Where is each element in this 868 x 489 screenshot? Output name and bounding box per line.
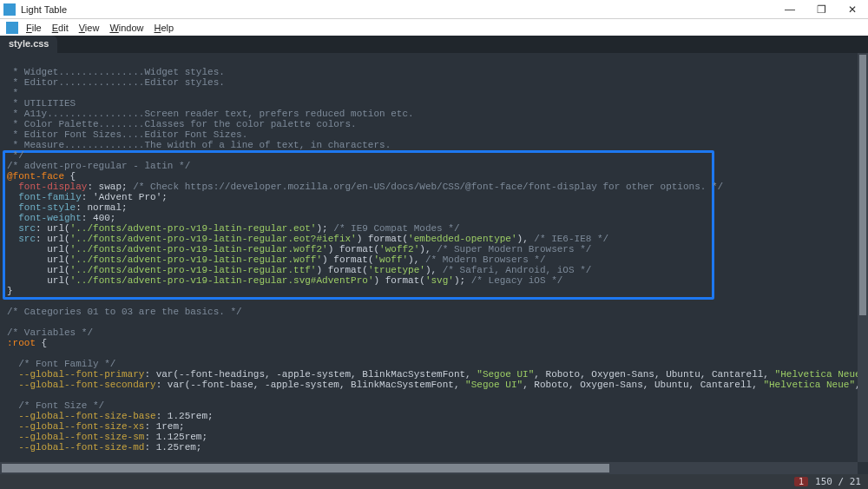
comment-inline: /* IE9 Compat Modes */ <box>333 223 459 234</box>
property: font-family <box>7 192 82 202</box>
property: src <box>7 234 36 244</box>
comment-inline: /* Check https://developer.mozilla.org/e… <box>133 182 723 192</box>
window-title: Light Table <box>19 4 774 15</box>
editor-area: style.css * Widget...............Widget … <box>0 36 868 474</box>
window-controls: — ❐ ✕ <box>774 0 868 18</box>
close-button[interactable]: ✕ <box>837 0 868 18</box>
value: : var(--font-base, -apple-system, BlinkM… <box>156 380 465 390</box>
comment-line: /* Font Family */ <box>7 359 115 369</box>
value: : 1.25rem; <box>144 442 201 453</box>
menu-help[interactable]: Help <box>150 21 179 35</box>
comment-line: /* Variables */ <box>7 327 93 338</box>
url: '../fonts/advent-pro-v19-latin-regular.w… <box>70 254 322 265</box>
brace: } <box>7 286 13 296</box>
comment-line: * Color Palette........Classes for the c… <box>7 119 357 129</box>
comment-line: */ <box>7 150 24 161</box>
value: : 400; <box>82 213 116 223</box>
status-badge[interactable]: 1 <box>794 477 808 486</box>
text: url( <box>7 275 70 286</box>
menubar: File Edit View Window Help <box>0 19 868 36</box>
string: "Segoe UI" <box>477 369 534 380</box>
property: font-display <box>7 182 87 192</box>
property: --global--font-size-md <box>7 442 144 453</box>
comment-line: /* Font Size */ <box>7 400 104 411</box>
url: '../fonts/advent-pro-v19-latin-regular.e… <box>70 234 357 244</box>
comment-line: * Editor...............Editor styles. <box>7 77 225 88</box>
url: '../fonts/advent-pro-v19-latin-regular.e… <box>70 223 317 234</box>
property: --global--font-size-sm <box>7 432 144 442</box>
menu-edit[interactable]: Edit <box>48 21 73 35</box>
scrollbar-thumb[interactable] <box>2 464 609 472</box>
text: url( <box>7 265 70 275</box>
url: '../fonts/advent-pro-v19-latin-regular.w… <box>70 244 328 254</box>
value: , Roboto, Oxygen-Sans, Ubuntu, Cantarell… <box>523 380 763 390</box>
value: : 1.125rem; <box>144 432 207 442</box>
text: ) format( <box>322 254 373 265</box>
code-viewport[interactable]: * Widget...............Widget styles. * … <box>0 53 868 474</box>
property: --global--font-size-xs <box>7 421 144 432</box>
format: 'woff' <box>374 254 409 265</box>
text: url( <box>7 254 70 265</box>
string: "Helvetica Neue" <box>763 380 855 390</box>
cursor-position: 150 / 21 <box>815 476 861 487</box>
property: --global--font-primary <box>7 369 144 380</box>
string: "Helvetica Neue" <box>775 369 867 380</box>
tabbar: style.css <box>0 36 868 53</box>
comment-line: * UTILITIES <box>7 98 76 109</box>
vertical-scrollbar[interactable] <box>858 53 868 462</box>
comment-line: /* advent-pro-regular - latin */ <box>7 161 190 171</box>
url: '../fonts/advent-pro-v19-latin-regular.t… <box>70 265 317 275</box>
comment-line: * A11y.................Screen reader tex… <box>7 109 414 119</box>
value: : swap; <box>87 182 133 192</box>
text: ) format( <box>316 265 367 275</box>
text: ), <box>408 254 425 265</box>
property: src <box>7 223 36 234</box>
format: 'truetype' <box>368 265 425 275</box>
menu-window[interactable]: Window <box>105 21 148 35</box>
statusbar: 1 150 / 21 <box>0 474 868 489</box>
scrollbar-thumb[interactable] <box>859 55 866 315</box>
property: font-style <box>7 202 76 213</box>
value: : 1.25rem; <box>156 411 214 421</box>
minimize-button[interactable]: — <box>774 0 806 18</box>
brace: { <box>64 171 76 182</box>
text: ) format( <box>328 244 379 254</box>
text: ), <box>517 234 535 244</box>
format: 'woff2' <box>379 244 419 254</box>
value: : 1rem; <box>144 421 184 432</box>
comment-line: * Editor Font Sizes....Editor Font Sizes… <box>7 129 247 140</box>
brace: { <box>36 338 47 348</box>
text: ), <box>419 244 437 254</box>
value: : normal; <box>76 202 127 213</box>
app-icon-small <box>6 22 18 34</box>
text: ); <box>316 223 333 234</box>
comment-inline: /* Safari, Android, iOS */ <box>443 265 592 275</box>
property: font-weight <box>7 213 82 223</box>
app-icon <box>3 3 16 16</box>
horizontal-scrollbar[interactable] <box>0 462 858 474</box>
code-content[interactable]: * Widget...............Widget styles. * … <box>0 53 868 456</box>
menu-file[interactable]: File <box>22 21 46 35</box>
format: 'embedded-opentype' <box>408 234 516 244</box>
text: ), <box>425 265 443 275</box>
comment-inline: /* IE6-IE8 */ <box>534 234 608 244</box>
value: : var(--font-headings, -apple-system, Bl… <box>144 369 477 380</box>
at-rule: @font-face <box>7 171 64 182</box>
text: : url( <box>36 234 70 244</box>
comment-inline: /* Super Modern Browsers */ <box>437 244 591 254</box>
comment-line: * <box>7 88 18 98</box>
url: '../fonts/advent-pro-v19-latin-regular.s… <box>70 275 374 286</box>
property: --global--font-size-base <box>7 411 156 421</box>
format: 'svg' <box>425 275 454 286</box>
comment-inline: /* Modern Browsers */ <box>425 254 546 265</box>
tab-style-css[interactable]: style.css <box>0 36 57 53</box>
window-titlebar: Light Table — ❐ ✕ <box>0 0 868 19</box>
text: ); <box>454 275 471 286</box>
text: url( <box>7 244 70 254</box>
text: ) format( <box>357 234 408 244</box>
menu-view[interactable]: View <box>75 21 104 35</box>
maximize-button[interactable]: ❐ <box>806 0 837 18</box>
value: : 'Advent Pro'; <box>82 192 168 202</box>
comment-line: * Measure..............The width of a li… <box>7 140 391 150</box>
comment-inline: /* Legacy iOS */ <box>471 275 563 286</box>
